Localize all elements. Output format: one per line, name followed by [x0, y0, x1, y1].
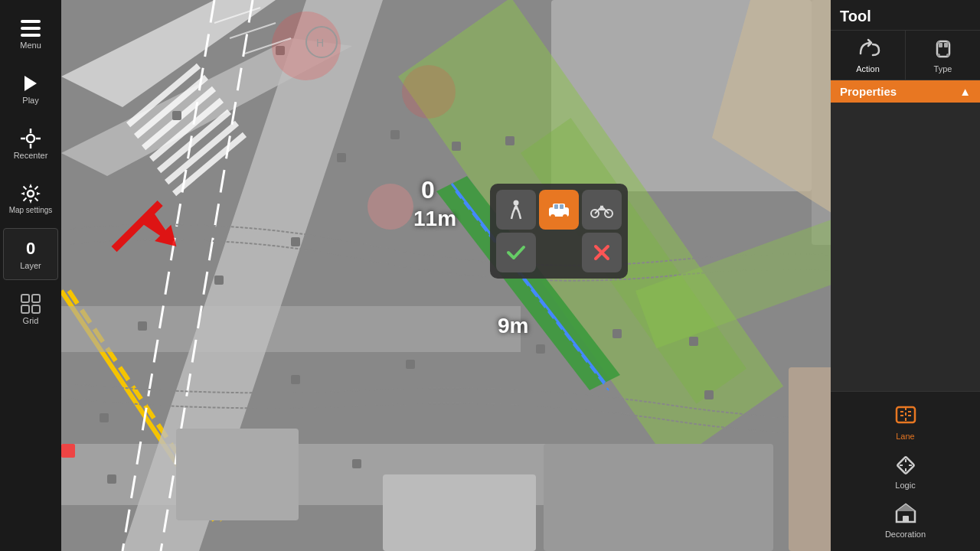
- tool-buttons: Action Type: [831, 31, 980, 80]
- grid-button[interactable]: Grid: [3, 283, 58, 335]
- recenter-label: Recenter: [14, 151, 48, 160]
- layer-button[interactable]: 0 Layer: [3, 228, 58, 280]
- svg-rect-68: [176, 429, 299, 520]
- layer-label: Layer: [20, 261, 41, 270]
- svg-rect-10: [21, 295, 29, 302]
- play-button[interactable]: Play: [3, 63, 58, 115]
- svg-line-84: [514, 208, 518, 209]
- svg-point-105: [937, 41, 940, 44]
- recenter-icon: [20, 128, 41, 149]
- tool-header: Tool: [831, 0, 980, 31]
- action-label: Action: [856, 64, 880, 73]
- svg-rect-2: [21, 34, 41, 37]
- svg-rect-48: [291, 375, 300, 384]
- type-tool-button[interactable]: Type: [906, 31, 980, 80]
- bottom-tools: Lane Logic: [831, 391, 980, 551]
- svg-marker-119: [897, 504, 915, 511]
- svg-rect-39: [337, 153, 346, 162]
- properties-header[interactable]: Properties ▲: [831, 80, 980, 103]
- svg-rect-52: [689, 337, 698, 346]
- svg-point-63: [368, 184, 413, 230]
- svg-line-83: [519, 213, 521, 219]
- svg-rect-0: [21, 20, 41, 23]
- confirm-button[interactable]: [496, 233, 536, 272]
- recenter-button[interactable]: Recenter: [3, 118, 58, 170]
- vehicle-type-bike-button[interactable]: [582, 190, 622, 230]
- vehicle-type-walk-button[interactable]: [496, 190, 536, 230]
- logic-label: Logic: [895, 481, 915, 490]
- svg-rect-58: [107, 474, 116, 484]
- svg-rect-47: [100, 413, 109, 422]
- svg-point-62: [402, 65, 456, 119]
- svg-rect-1: [21, 27, 41, 30]
- menu-label: Menu: [20, 41, 41, 50]
- svg-marker-3: [24, 76, 37, 91]
- tool-title: Tool: [840, 8, 871, 24]
- svg-rect-89: [554, 204, 558, 209]
- grid-icon: [20, 293, 41, 315]
- play-label: Play: [22, 96, 38, 105]
- left-sidebar: Menu Play Recenter: [0, 0, 61, 551]
- svg-rect-51: [612, 329, 622, 338]
- action-icon: [856, 37, 880, 63]
- cancel-button[interactable]: [582, 233, 622, 272]
- layer-count-display: 0: [20, 238, 41, 259]
- menu-icon: [20, 18, 41, 39]
- lane-tool-button[interactable]: Lane: [838, 398, 972, 447]
- svg-rect-50: [536, 344, 545, 354]
- properties-collapse-icon[interactable]: ▲: [959, 85, 971, 98]
- svg-rect-70: [544, 444, 773, 551]
- logic-icon: [893, 453, 918, 479]
- lane-label: Lane: [896, 432, 914, 441]
- svg-text:H: H: [316, 37, 324, 49]
- play-icon: [20, 73, 41, 94]
- type-label: Type: [934, 64, 952, 73]
- map-settings-label: Map settings: [9, 206, 53, 215]
- decoration-label: Decoration: [885, 530, 926, 539]
- svg-rect-32: [61, 306, 521, 352]
- svg-rect-37: [172, 111, 181, 120]
- svg-point-103: [937, 54, 940, 57]
- type-icon: [931, 37, 956, 63]
- svg-rect-44: [291, 237, 300, 246]
- svg-rect-49: [406, 360, 415, 369]
- decoration-icon: [893, 502, 918, 528]
- popup-toolbar: [490, 184, 628, 279]
- grid-label: Grid: [23, 316, 39, 325]
- svg-rect-78: [61, 444, 75, 458]
- svg-point-106: [946, 41, 949, 44]
- vehicle-type-car-button[interactable]: [539, 190, 579, 230]
- svg-line-82: [511, 213, 513, 219]
- properties-label: Properties: [840, 85, 897, 98]
- action-tool-button[interactable]: Action: [831, 31, 906, 80]
- popup-empty-cell: [539, 233, 579, 272]
- svg-rect-41: [452, 142, 461, 151]
- svg-rect-46: [138, 321, 147, 331]
- svg-rect-69: [383, 474, 536, 551]
- svg-rect-60: [352, 459, 361, 468]
- svg-rect-13: [32, 305, 40, 313]
- svg-rect-55: [704, 390, 714, 399]
- svg-point-9: [28, 191, 34, 197]
- gear-icon: [20, 183, 41, 204]
- svg-point-4: [27, 135, 34, 142]
- logic-tool-button[interactable]: Logic: [838, 447, 972, 496]
- svg-rect-42: [505, 136, 514, 145]
- svg-point-104: [946, 54, 949, 57]
- svg-rect-11: [32, 295, 40, 302]
- menu-button[interactable]: Menu: [3, 8, 58, 60]
- decoration-tool-button[interactable]: Decoration: [838, 496, 972, 545]
- svg-rect-90: [560, 204, 564, 209]
- right-panel: Tool Action: [831, 0, 980, 551]
- svg-rect-40: [390, 130, 400, 139]
- properties-content: [831, 103, 980, 391]
- lane-icon: [893, 404, 918, 430]
- svg-rect-45: [214, 276, 224, 285]
- map-settings-button[interactable]: Map settings: [3, 173, 58, 225]
- svg-rect-120: [903, 516, 909, 522]
- svg-rect-12: [21, 305, 29, 313]
- svg-point-79: [514, 201, 519, 206]
